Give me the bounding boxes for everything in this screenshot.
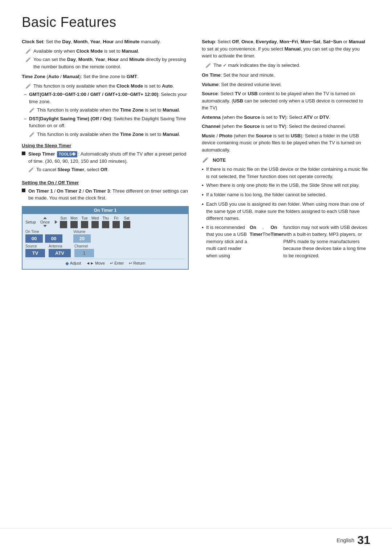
nav-adjust-label: Adjust	[70, 261, 81, 265]
on-time-group: On Time 00 00	[25, 230, 62, 243]
bullet-sq-ontimer	[22, 189, 25, 192]
clock-set-para: Clock Set: Set the Day, Month, Year, Hou…	[22, 38, 189, 45]
note-item-2: When there is only one photo file in the…	[202, 182, 369, 189]
dst-dash-item: DST(Daylight Saving Time) (Off / On): Sw…	[22, 115, 189, 138]
pencil-icon-7	[205, 62, 212, 69]
volume-val: 20	[73, 234, 91, 243]
note-checkmark: The ✓ mark indicates the day is selected…	[202, 62, 369, 69]
day-col-sun: Sun	[59, 216, 68, 228]
left-column: Clock Set: Set the Day, Month, Year, Hou…	[22, 38, 189, 272]
note-item-5: It is recommended that you use a USB mem…	[202, 224, 369, 259]
pencil-icon-3	[25, 83, 32, 89]
gmt-dash-item: GMT(GMT-3:00~GMT-1:00 / GMT / GMT+1:00~G…	[22, 91, 189, 114]
on-time-para: On Time: Set the hour and minute.	[202, 72, 369, 79]
tv-setup-row: Setup Once Sun Mon	[25, 216, 185, 228]
day-col-fri: Fri	[111, 216, 121, 228]
note-remote-control: You can set the Day, Month, Year, Hour a…	[22, 56, 189, 70]
channel-para: Channel (when the Source is set to TV): …	[202, 123, 369, 130]
note-box: NOTE If there is no music file on the US…	[202, 156, 369, 259]
pencil-icon-2	[25, 56, 32, 63]
day-sun: Sun	[60, 216, 67, 220]
day-columns: Sun Mon Tue Wed	[59, 216, 131, 228]
nav-return: ↩ Return	[129, 261, 145, 266]
pencil-icon-note	[202, 156, 210, 164]
note-clock-mode: Available only when Clock Mode is set to…	[22, 48, 189, 55]
antenna-val: ATV	[49, 249, 71, 257]
antenna-group: Antenna ATV	[49, 244, 71, 257]
day-box-mon	[70, 221, 78, 228]
day-wed: Wed	[91, 216, 99, 220]
bullet-sq-sleep	[22, 152, 25, 155]
nav-adjust: ◆ Adjust	[65, 261, 81, 266]
antenna-para: Antenna (when the Source is set to TV): …	[202, 114, 369, 121]
tv-on-timer-box: On Timer 1 Setup Once Sun	[22, 206, 189, 270]
note-list: If there is no music file on the USB dev…	[202, 166, 369, 259]
channel-val: 1	[74, 249, 94, 257]
tv-source-row: Source TV Antenna ATV Channel 1	[25, 244, 185, 257]
tv-box-inner: Setup Once Sun Mon	[23, 214, 188, 269]
pencil-icon-1	[25, 48, 32, 55]
pencil-icon-4	[29, 107, 36, 113]
volume-group: Volume 20	[73, 230, 91, 243]
footer-page: 31	[357, 533, 370, 547]
right-column: Setup: Select Off, Once, Everyday, Mon~F…	[202, 38, 369, 272]
day-sat: Sat	[124, 216, 130, 220]
nav-enter: ↵ Enter	[110, 261, 124, 266]
note-item-4: Each USB you use is assigned its own fol…	[202, 201, 369, 222]
note-item-1: If there is no music file on the USB dev…	[202, 166, 369, 180]
day-mon: Mon	[70, 216, 77, 220]
tv-values-row: On Time 00 00 Volume 20	[25, 230, 185, 243]
arrow-up-icon	[43, 217, 47, 219]
nav-move-arrows: ◄►	[86, 261, 94, 265]
volume-para: Volume: Set the desired volume level.	[202, 81, 369, 88]
source-group: Source TV	[25, 244, 45, 257]
footer-lang: English	[336, 537, 354, 543]
channel-label: Channel	[74, 244, 94, 248]
pencil-icon-5	[29, 131, 36, 138]
sleep-timer-bullet: Sleep Timer TOOLS�: Automatically shuts …	[22, 150, 189, 175]
day-fri: Fri	[114, 216, 118, 220]
day-col-sat: Sat	[122, 216, 131, 228]
setup-para: Setup: Select Off, Once, Everyday, Mon~F…	[202, 38, 369, 60]
day-box-sun	[60, 221, 67, 228]
sleep-timer-text: Sleep Timer TOOLS�: Automatically shuts …	[28, 150, 189, 175]
tools-badge: TOOLS�	[57, 151, 77, 157]
source-para: Source: Select TV or USB content to be p…	[202, 90, 369, 112]
day-col-thu: Thu	[101, 216, 110, 228]
footer-bar: English 31	[0, 528, 392, 552]
time-zone-para: Time Zone (Auto / Manual): Set the time …	[22, 73, 189, 80]
on-time-val1: 00	[25, 234, 43, 243]
ontimer-bullet: On Timer 1 / On Timer 2 / On Timer 3: Th…	[22, 188, 189, 202]
day-thu: Thu	[102, 216, 109, 220]
on-time-label: On Time	[25, 230, 62, 234]
on-time-val2: 00	[45, 234, 62, 243]
source-val: TV	[25, 249, 45, 257]
nav-move: ◄► Move	[86, 261, 105, 266]
volume-label: Volume	[73, 230, 91, 234]
nav-enter-icon: ↵	[110, 261, 113, 266]
nav-enter-label: Enter	[114, 261, 124, 265]
day-box-wed	[91, 221, 99, 228]
nav-return-label: Return	[133, 261, 145, 265]
pencil-icon-6	[28, 166, 35, 173]
note-header: NOTE	[202, 156, 369, 164]
nav-move-label: Move	[95, 261, 105, 265]
day-col-wed: Wed	[90, 216, 100, 228]
antenna-label: Antenna	[49, 244, 71, 248]
nav-return-icon: ↩	[129, 261, 132, 266]
arrow-right-icon	[55, 220, 57, 224]
tv-box-title: On Timer 1	[23, 207, 188, 214]
setup-label: Setup	[25, 220, 36, 224]
sleep-timer-heading: Using the Sleep Timer	[22, 143, 189, 148]
day-tue: Tue	[82, 216, 88, 220]
note-time-zone-manual-2: This function is only available when the…	[29, 131, 189, 138]
tv-nav-bar: ◆ Adjust ◄► Move ↵ Enter ↩ Return	[25, 259, 185, 267]
day-box-sat	[123, 221, 130, 228]
setup-arrows: Once	[39, 217, 51, 227]
ontimer-text: On Timer 1 / On Timer 2 / On Timer 3: Th…	[28, 188, 189, 202]
note-clock-auto: This function is only available when the…	[22, 82, 189, 90]
diamond-icon: ◆	[65, 261, 69, 266]
day-box-thu	[102, 221, 109, 228]
onoff-timer-heading: Setting the On / Off Timer	[22, 180, 189, 185]
arrow-down-icon	[43, 225, 47, 227]
